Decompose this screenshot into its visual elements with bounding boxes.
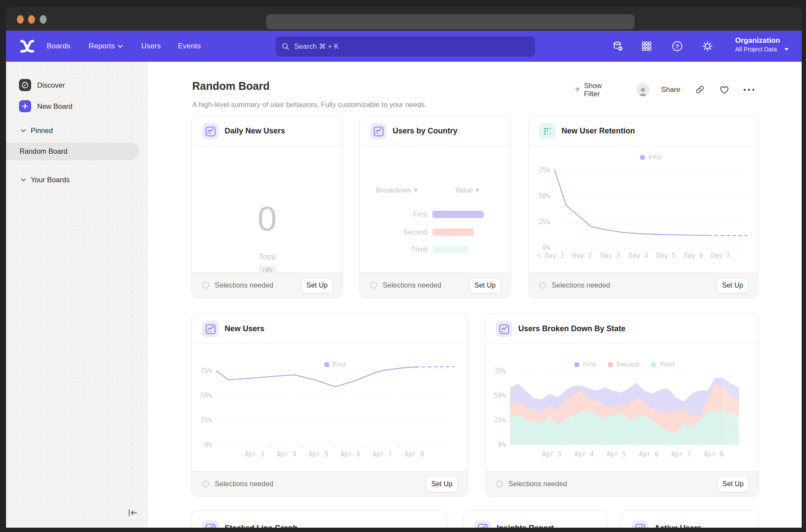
svg-text:Apr 3: Apr 3 bbox=[542, 450, 561, 458]
line-chart-icon bbox=[632, 520, 648, 528]
nav-reports[interactable]: Reports bbox=[89, 31, 123, 62]
set-up-button[interactable]: Set Up bbox=[717, 277, 749, 294]
chart-legend: First bbox=[555, 153, 747, 161]
svg-text:50%: 50% bbox=[200, 392, 212, 399]
card-title: Active Users bbox=[654, 513, 701, 528]
status-text: Selections needed bbox=[383, 281, 469, 289]
window-minimize-button[interactable] bbox=[28, 15, 35, 24]
plus-icon bbox=[19, 100, 31, 112]
svg-text:75%: 75% bbox=[200, 367, 212, 375]
legend-swatch bbox=[640, 155, 645, 160]
svg-text:Apr 7: Apr 7 bbox=[372, 450, 392, 458]
svg-text:< Day 1: < Day 1 bbox=[537, 252, 564, 260]
card-users-by-country: Users by Country Breakdown▾ Value▾ First… bbox=[359, 116, 511, 298]
card-insights-report: Insights Report bbox=[463, 510, 607, 528]
svg-text:25%: 25% bbox=[494, 416, 506, 424]
sidebar-item-discover[interactable]: Discover bbox=[19, 79, 65, 91]
set-up-button[interactable]: Set Up bbox=[469, 277, 501, 294]
set-up-button[interactable]: Set Up bbox=[301, 277, 333, 294]
status-text: Selections needed bbox=[552, 281, 717, 289]
legend-swatch bbox=[608, 362, 613, 367]
by-state-chart: 75%50%25%0%Apr 3Apr 4Apr 5Apr 6Apr 7Apr … bbox=[486, 344, 758, 472]
share-button[interactable]: Share bbox=[661, 82, 680, 97]
chevron-down-icon bbox=[21, 129, 26, 133]
card-title: Insights Report bbox=[497, 513, 554, 528]
apps-grid-icon[interactable] bbox=[641, 40, 653, 52]
search-icon bbox=[282, 42, 289, 51]
address-bar[interactable] bbox=[266, 14, 635, 29]
value-dropdown[interactable]: Value▾ bbox=[455, 186, 479, 194]
legend-swatch bbox=[651, 362, 656, 367]
svg-text:Day 6: Day 6 bbox=[684, 252, 703, 260]
legend-swatch bbox=[574, 362, 579, 367]
card-title: Users by Country bbox=[393, 116, 457, 146]
show-filter-button[interactable]: Show Filter bbox=[575, 82, 605, 97]
status-text: Selections needed bbox=[215, 480, 426, 488]
breakdown-dropdown[interactable]: Breakdown▾ bbox=[376, 186, 418, 194]
window-close-button[interactable] bbox=[17, 15, 24, 24]
svg-text:Apr 8: Apr 8 bbox=[704, 450, 723, 458]
help-icon[interactable]: ? bbox=[671, 40, 683, 52]
status-circle-icon bbox=[496, 481, 503, 487]
more-options-icon[interactable] bbox=[743, 82, 755, 97]
chart-legend: FirstSecondThird bbox=[510, 361, 739, 368]
svg-text:75%: 75% bbox=[494, 367, 506, 375]
set-up-button[interactable]: Set Up bbox=[717, 476, 749, 492]
search-input[interactable] bbox=[293, 42, 529, 51]
discover-compass-icon bbox=[19, 79, 31, 91]
svg-text:Apr 8: Apr 8 bbox=[405, 450, 424, 458]
line-chart-icon bbox=[474, 520, 491, 528]
chevron-down-icon bbox=[118, 45, 123, 48]
svg-text:Day 5: Day 5 bbox=[656, 252, 676, 260]
metric-label: Total bbox=[192, 252, 343, 262]
svg-text:25%: 25% bbox=[200, 416, 212, 424]
svg-text:Day 7: Day 7 bbox=[711, 252, 730, 260]
mixpanel-logo-icon[interactable] bbox=[19, 40, 36, 54]
bar-third bbox=[432, 246, 468, 253]
sidebar-section-pinned[interactable]: Pinned bbox=[21, 127, 53, 135]
new-users-chart: 75%50%25%0%Apr 3Apr 4Apr 5Apr 6Apr 7Apr … bbox=[192, 344, 467, 472]
svg-text:50%: 50% bbox=[539, 192, 550, 200]
card-new-users: New Users 75%50%25%0%Apr 3Apr 4Apr 5Apr … bbox=[191, 314, 468, 497]
svg-text:Apr 3: Apr 3 bbox=[244, 450, 264, 458]
favorite-heart-icon[interactable] bbox=[719, 82, 730, 97]
chart-legend: First bbox=[216, 361, 454, 368]
org-switcher[interactable]: Organization All Project Data bbox=[735, 36, 780, 54]
chevron-down-icon[interactable] bbox=[784, 45, 789, 53]
card-users-by-state: Users Broken Down By State 75%50%25%0%Ap… bbox=[485, 314, 759, 497]
metric-value: 0 bbox=[192, 202, 343, 236]
top-nav: Boards Reports Users Events bbox=[6, 31, 802, 62]
copy-link-icon[interactable] bbox=[695, 82, 705, 97]
status-circle-icon bbox=[203, 481, 209, 487]
status-text: Selections needed bbox=[215, 281, 301, 289]
svg-text:Day 4: Day 4 bbox=[628, 252, 648, 260]
settings-gear-icon[interactable] bbox=[701, 40, 714, 52]
nav-users[interactable]: Users bbox=[141, 31, 161, 62]
line-chart-icon bbox=[496, 321, 512, 337]
status-circle-icon bbox=[371, 282, 377, 288]
card-title: Users Broken Down By State bbox=[518, 314, 625, 344]
svg-text:Apr 6: Apr 6 bbox=[639, 450, 659, 458]
nav-events[interactable]: Events bbox=[178, 31, 201, 62]
data-management-icon[interactable] bbox=[612, 40, 624, 52]
svg-text:Day 2: Day 2 bbox=[572, 252, 592, 260]
retention-chart: 75%50%25%0%< Day 1Day 2Day 3Day 4Day 5Da… bbox=[529, 146, 758, 274]
sidebar-item-random-board[interactable]: Random Board bbox=[6, 142, 139, 160]
svg-text:0%: 0% bbox=[498, 441, 506, 449]
window-titlebar bbox=[6, 7, 802, 31]
table-row: Second bbox=[360, 228, 511, 236]
status-circle-icon bbox=[203, 282, 209, 288]
avatar[interactable] bbox=[636, 82, 650, 97]
bar-first bbox=[432, 211, 484, 218]
window-zoom-button[interactable] bbox=[40, 15, 47, 24]
sidebar-section-your-boards[interactable]: Your Boards bbox=[21, 176, 70, 184]
sidebar-collapse-icon[interactable] bbox=[126, 507, 140, 520]
sidebar-item-new-board[interactable]: New Board bbox=[19, 100, 73, 112]
line-chart-icon bbox=[370, 123, 387, 139]
nav-boards[interactable]: Boards bbox=[47, 31, 70, 62]
legend-swatch bbox=[324, 362, 329, 367]
search-bar[interactable] bbox=[276, 36, 535, 57]
set-up-button[interactable]: Set Up bbox=[426, 476, 458, 492]
app-window: Boards Reports Users Events bbox=[6, 7, 802, 528]
card-stacked-line-graph: Stacked Line Graph bbox=[191, 510, 448, 528]
